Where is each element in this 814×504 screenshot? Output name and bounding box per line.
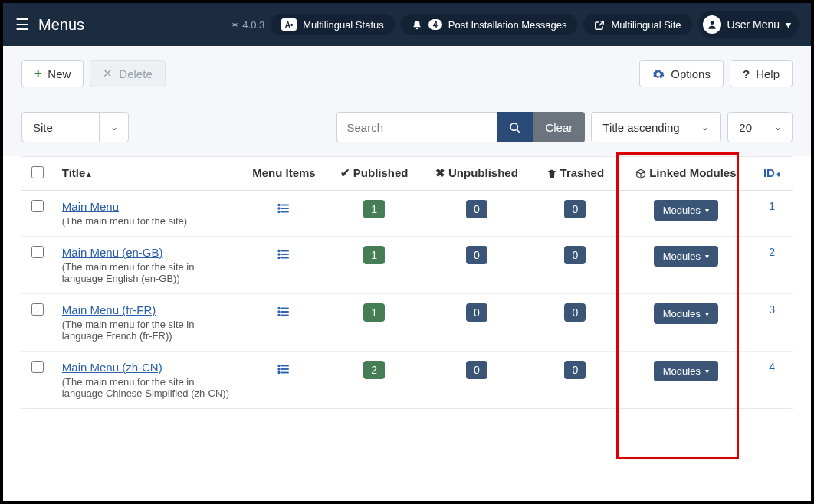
th-menu-items: Menu Items	[243, 157, 325, 191]
modules-dropdown[interactable]: Modules	[654, 200, 718, 221]
topbar: ☰ Menus ✶ 4.0.3 A• Multilingual Status 4…	[3, 3, 811, 46]
menu-description: (The main menu for the site in language …	[62, 376, 235, 399]
published-badge[interactable]: 1	[363, 303, 385, 322]
modules-dropdown[interactable]: Modules	[654, 303, 718, 324]
svg-point-20	[279, 315, 281, 316]
row-id: 2	[751, 237, 793, 294]
notif-badge: 4	[428, 19, 442, 30]
list-icon[interactable]	[277, 303, 290, 319]
menu-title-link[interactable]: Main Menu	[62, 200, 119, 213]
user-menu-button[interactable]: User Menu ▾	[698, 11, 799, 38]
search-input[interactable]	[336, 112, 497, 142]
trashed-badge[interactable]: 0	[564, 246, 586, 264]
modules-dropdown[interactable]: Modules	[654, 361, 718, 381]
list-icon[interactable]	[277, 246, 290, 261]
multilingual-site-button[interactable]: Multilingual Site	[583, 14, 691, 35]
th-trashed[interactable]: Trashed	[530, 157, 621, 191]
menu-title-link[interactable]: Main Menu (fr-FR)	[62, 303, 156, 316]
menu-description: (The main menu for the site)	[62, 215, 235, 227]
menus-table-wrap: Title▴ Menu Items ✔Published ✖Unpublishe…	[21, 156, 793, 409]
close-icon: ✕	[103, 67, 113, 80]
help-button[interactable]: ? Help	[730, 60, 793, 87]
post-install-button[interactable]: 4 Post Installation Messages	[401, 14, 578, 35]
svg-point-1	[510, 123, 517, 130]
th-title[interactable]: Title▴	[54, 157, 243, 191]
menu-description: (The main menu for the site in language …	[62, 319, 235, 342]
page-title: Menus	[38, 16, 84, 34]
check-icon: ✔	[340, 166, 350, 179]
modules-dropdown[interactable]: Modules	[654, 246, 718, 267]
delete-button[interactable]: ✕ Delete	[90, 60, 165, 87]
toolbar: + New ✕ Delete Options ? Help	[3, 46, 811, 112]
bell-icon	[412, 18, 422, 31]
published-badge[interactable]: 2	[363, 361, 385, 379]
chevron-down-icon: ▾	[786, 18, 791, 31]
options-button[interactable]: Options	[639, 60, 724, 87]
th-linked-modules: Linked Modules	[620, 157, 751, 191]
trashed-badge[interactable]: 0	[564, 361, 586, 379]
limit-select[interactable]: 20 ⌄	[727, 112, 793, 142]
trashed-badge[interactable]: 0	[564, 200, 586, 218]
svg-point-14	[279, 257, 281, 259]
row-id: 4	[751, 352, 793, 409]
svg-point-24	[279, 365, 281, 367]
svg-point-19	[279, 312, 281, 313]
row-checkbox[interactable]	[31, 361, 44, 373]
sort-icon: ♦	[776, 169, 781, 178]
unpublished-badge[interactable]: 0	[466, 303, 487, 322]
joomla-icon: ✶	[231, 19, 239, 31]
user-icon	[703, 15, 721, 34]
svg-point-26	[279, 372, 281, 374]
row-checkbox[interactable]	[31, 303, 44, 316]
svg-point-8	[279, 211, 281, 213]
x-icon: ✖	[435, 166, 445, 179]
svg-point-0	[710, 21, 714, 25]
published-badge[interactable]: 1	[363, 200, 385, 218]
sort-select[interactable]: Title ascending ⌄	[591, 112, 721, 142]
hamburger-icon[interactable]: ☰	[15, 15, 29, 34]
menu-title-link[interactable]: Main Menu (en-GB)	[62, 246, 163, 259]
svg-point-13	[279, 254, 281, 256]
trash-icon	[546, 166, 557, 179]
question-icon: ?	[743, 67, 750, 80]
row-checkbox[interactable]	[31, 200, 44, 212]
table-row: Main Menu (fr-FR) (The main menu for the…	[21, 294, 793, 352]
select-all-checkbox[interactable]	[31, 166, 44, 178]
menu-description: (The main menu for the site in language …	[62, 261, 235, 284]
chevron-down-icon: ⌄	[763, 113, 792, 142]
lang-icon: A•	[281, 18, 297, 31]
row-id: 3	[751, 294, 793, 352]
svg-line-2	[517, 129, 520, 133]
table-row: Main Menu (en-GB) (The main menu for the…	[21, 237, 793, 294]
client-select[interactable]: Site ⌄	[21, 112, 129, 142]
chevron-down-icon: ⌄	[691, 113, 720, 142]
search-group: Clear	[336, 112, 585, 142]
version-label: ✶ 4.0.3	[231, 19, 264, 31]
gear-icon	[652, 67, 665, 80]
clear-button[interactable]: Clear	[533, 112, 585, 142]
th-unpublished[interactable]: ✖Unpublished	[423, 157, 530, 191]
search-icon	[509, 120, 521, 134]
row-checkbox[interactable]	[31, 246, 44, 258]
published-badge[interactable]: 1	[363, 246, 385, 264]
plus-icon: +	[34, 67, 41, 80]
svg-point-25	[279, 369, 281, 371]
unpublished-badge[interactable]: 0	[466, 246, 487, 264]
menu-title-link[interactable]: Main Menu (zh-CN)	[62, 361, 162, 374]
external-link-icon	[594, 18, 605, 31]
cube-icon	[635, 166, 646, 179]
filter-bar: Site ⌄ Clear Title ascending ⌄ 20 ⌄	[3, 112, 811, 156]
multilingual-status-button[interactable]: A• Multilingual Status	[271, 14, 395, 35]
th-id[interactable]: ID♦	[751, 157, 793, 191]
th-published[interactable]: ✔Published	[325, 157, 423, 191]
table-row: Main Menu (zh-CN) (The main menu for the…	[21, 352, 793, 409]
trashed-badge[interactable]: 0	[564, 303, 586, 322]
search-button[interactable]	[497, 112, 533, 142]
list-icon[interactable]	[277, 361, 290, 376]
svg-point-7	[279, 208, 281, 210]
unpublished-badge[interactable]: 0	[466, 200, 487, 218]
list-icon[interactable]	[277, 200, 290, 215]
unpublished-badge[interactable]: 0	[466, 361, 487, 379]
row-id: 1	[751, 191, 793, 237]
new-button[interactable]: + New	[21, 60, 84, 87]
